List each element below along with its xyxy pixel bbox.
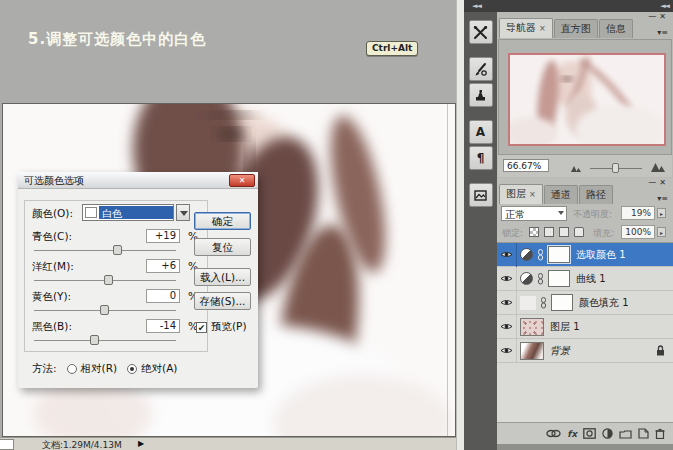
opacity-field[interactable]: 19% bbox=[621, 206, 655, 220]
layer-style-icon[interactable]: fx bbox=[567, 429, 577, 439]
magenta-slider-track[interactable] bbox=[34, 280, 176, 281]
layer-row-layer1[interactable]: 图层 1 bbox=[497, 315, 673, 339]
document-vertical-scrollbar[interactable] bbox=[447, 104, 455, 436]
mask-link-icon[interactable] bbox=[540, 297, 547, 309]
layer-row-background[interactable]: 背景 bbox=[497, 339, 673, 363]
delete-layer-icon[interactable] bbox=[655, 428, 665, 439]
navigator-close-icon[interactable]: ✕ bbox=[659, 12, 669, 21]
brush-panel-icon[interactable] bbox=[469, 57, 493, 81]
navigator-zoom-slider-thumb[interactable] bbox=[612, 163, 619, 173]
visibility-toggle[interactable] bbox=[497, 243, 517, 267]
adjustment-layer-icon[interactable] bbox=[520, 248, 533, 261]
navigator-proxy-view[interactable] bbox=[508, 53, 666, 146]
navigator-zoom-field[interactable]: 66.67% bbox=[503, 159, 549, 172]
absolute-label: 绝对(A) bbox=[141, 362, 177, 376]
yellow-slider-track[interactable] bbox=[34, 310, 176, 311]
magenta-value-field[interactable]: +6 bbox=[146, 259, 180, 273]
magenta-slider-thumb[interactable] bbox=[104, 275, 113, 285]
black-value-field[interactable]: -14 bbox=[146, 319, 180, 333]
navigator-menu-icon[interactable]: ▾≡ bbox=[655, 28, 670, 39]
status-doc-info: 文档:1.29M/4.13M bbox=[42, 439, 122, 450]
zoom-in-icon[interactable] bbox=[650, 161, 666, 172]
visibility-toggle[interactable] bbox=[497, 339, 517, 363]
layers-close-icon[interactable]: ✕ bbox=[659, 178, 669, 187]
tab-layers[interactable]: 图层× bbox=[499, 184, 543, 204]
layer-name: 曲线 1 bbox=[576, 272, 606, 286]
panel-collapse-icon[interactable]: ◄◄ bbox=[660, 2, 669, 10]
color-dropdown-arrow-button[interactable] bbox=[176, 204, 190, 221]
status-flyout-arrow-icon[interactable]: ▶ bbox=[138, 439, 144, 448]
lock-position-icon[interactable] bbox=[559, 227, 569, 237]
layer-row-curves[interactable]: 曲线 1 bbox=[497, 267, 673, 291]
add-mask-icon[interactable] bbox=[583, 428, 596, 439]
link-layers-icon[interactable] bbox=[546, 429, 561, 438]
tab-navigator[interactable]: 导航器× bbox=[499, 18, 553, 38]
pixel-layer-thumbnail[interactable] bbox=[520, 318, 544, 336]
tab-info-label: 信息 bbox=[606, 23, 626, 34]
layer-mask-thumbnail[interactable] bbox=[551, 294, 573, 311]
load-button[interactable]: 载入(L)... bbox=[194, 268, 251, 286]
layer-row-color-fill[interactable]: 颜色填充 1 bbox=[497, 291, 673, 315]
new-adjustment-layer-icon[interactable] bbox=[602, 428, 613, 439]
new-group-icon[interactable] bbox=[619, 429, 632, 439]
tools-panel-icon[interactable] bbox=[469, 20, 493, 44]
cyan-value-field[interactable]: +19 bbox=[146, 229, 180, 243]
dock-collapse-icon[interactable]: ◄◄ bbox=[472, 2, 481, 10]
dialog-titlebar[interactable]: 可选颜色选项 ✕ bbox=[18, 172, 258, 189]
tab-histogram[interactable]: 直方图 bbox=[554, 19, 598, 38]
tab-close-icon[interactable]: × bbox=[539, 24, 546, 33]
navigator-minimize-icon[interactable]: — bbox=[648, 12, 659, 21]
absolute-radio[interactable] bbox=[127, 364, 137, 374]
fill-field[interactable]: 100% bbox=[621, 225, 655, 239]
layer-row-selective-color[interactable]: 选取颜色 1 bbox=[497, 243, 673, 267]
yellow-slider-thumb[interactable] bbox=[100, 305, 109, 315]
fill-spinner-icon[interactable]: ▸ bbox=[657, 227, 666, 237]
layers-bottom-bar: fx bbox=[497, 422, 673, 444]
zoom-out-icon[interactable] bbox=[570, 164, 582, 172]
mask-link-icon[interactable] bbox=[537, 273, 544, 285]
tab-close-icon[interactable]: × bbox=[529, 190, 536, 199]
tab-info[interactable]: 信息 bbox=[599, 19, 633, 38]
save-button[interactable]: 存储(S)... bbox=[194, 292, 251, 310]
relative-radio[interactable] bbox=[67, 364, 77, 374]
preview-checkbox[interactable]: ✔ 预览(P) bbox=[196, 320, 247, 334]
checkbox-check-icon[interactable]: ✔ bbox=[196, 322, 207, 333]
ok-button[interactable]: 确定 bbox=[194, 212, 251, 230]
color-dropdown-value: 白色 bbox=[99, 206, 173, 219]
opacity-spinner-icon[interactable]: ▸ bbox=[657, 208, 666, 218]
visibility-toggle[interactable] bbox=[497, 291, 517, 315]
cyan-slider-track[interactable] bbox=[34, 250, 176, 251]
background-layer-thumbnail[interactable] bbox=[520, 342, 544, 360]
fill-layer-thumbnail[interactable] bbox=[520, 296, 536, 310]
tab-channels[interactable]: 通道 bbox=[544, 185, 578, 204]
character-panel-icon[interactable]: A bbox=[469, 120, 493, 144]
lock-all-icon[interactable] bbox=[574, 227, 584, 237]
eye-icon bbox=[500, 322, 513, 331]
visibility-toggle[interactable] bbox=[497, 315, 517, 339]
lock-transparency-icon[interactable] bbox=[529, 227, 539, 237]
adjustment-layer-icon[interactable] bbox=[520, 272, 533, 285]
dialog-close-button[interactable]: ✕ bbox=[229, 174, 255, 187]
new-layer-icon[interactable] bbox=[638, 428, 649, 439]
status-zoom-field[interactable] bbox=[0, 439, 14, 450]
eye-icon bbox=[500, 298, 513, 307]
paragraph-panel-icon[interactable]: ¶ bbox=[469, 146, 493, 170]
color-dropdown[interactable]: 白色 bbox=[82, 204, 174, 221]
cyan-slider-thumb[interactable] bbox=[113, 245, 122, 255]
tab-paths[interactable]: 路径 bbox=[579, 185, 613, 204]
layer-name: 背景 bbox=[550, 344, 570, 358]
clone-source-panel-icon[interactable] bbox=[469, 83, 493, 107]
mask-link-icon[interactable] bbox=[537, 249, 544, 261]
blend-mode-select[interactable]: 正常 bbox=[501, 206, 567, 221]
black-slider-track[interactable] bbox=[34, 340, 176, 341]
layer-comps-panel-icon[interactable] bbox=[469, 183, 493, 207]
black-slider-thumb[interactable] bbox=[90, 335, 99, 345]
reset-button[interactable]: 复位 bbox=[194, 238, 251, 256]
yellow-value-field[interactable]: 0 bbox=[146, 289, 180, 303]
layer-mask-thumbnail[interactable] bbox=[548, 246, 570, 263]
visibility-toggle[interactable] bbox=[497, 267, 517, 291]
preview-label: 预览(P) bbox=[211, 320, 247, 334]
layer-mask-thumbnail[interactable] bbox=[548, 270, 570, 287]
layers-minimize-icon[interactable]: — bbox=[648, 178, 659, 187]
lock-paint-icon[interactable] bbox=[544, 227, 554, 237]
